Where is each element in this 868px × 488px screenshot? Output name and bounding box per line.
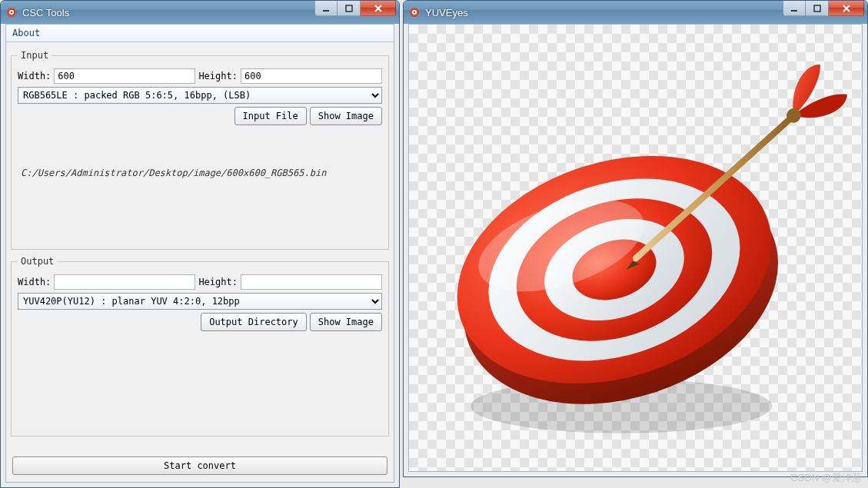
image-viewport xyxy=(408,24,863,472)
svg-rect-3 xyxy=(323,10,329,12)
input-group: Input Width: Height: RGB565LE : packed R… xyxy=(11,50,389,250)
svg-rect-8 xyxy=(791,10,797,12)
minimize-button[interactable] xyxy=(314,1,338,16)
close-button[interactable] xyxy=(361,1,396,16)
input-legend: Input xyxy=(18,50,52,61)
output-group: Output Width: Height: YUV420P(YU12) : pl… xyxy=(11,256,389,437)
output-format-select[interactable]: YUV420P(YU12) : planar YUV 4:2:0, 12bpp xyxy=(18,293,382,310)
svg-rect-4 xyxy=(346,5,352,12)
start-convert-button[interactable]: Start convert xyxy=(12,456,387,475)
svg-point-2 xyxy=(11,12,13,14)
menu-bar: About xyxy=(6,25,394,42)
close-button[interactable] xyxy=(829,1,864,16)
svg-rect-9 xyxy=(814,5,820,12)
yuveyes-window: YUVEyes xyxy=(403,0,868,477)
target-with-dart-icon xyxy=(421,33,851,463)
input-show-image-button[interactable]: Show Image xyxy=(310,107,382,125)
output-height-field[interactable] xyxy=(241,274,382,290)
input-file-path: C:/Users/Administrator/Desktop/image/600… xyxy=(18,125,382,209)
input-width-label: Width: xyxy=(18,71,51,81)
window-title: CSC Tools xyxy=(22,7,69,18)
maximize-button[interactable] xyxy=(338,1,361,16)
input-height-label: Height: xyxy=(198,71,238,81)
input-height-field[interactable] xyxy=(241,68,382,84)
csc-tools-window: CSC Tools About Input Width: Height: xyxy=(0,0,400,488)
input-file-button[interactable]: Input File xyxy=(234,107,307,125)
input-width-field[interactable] xyxy=(54,68,195,84)
app-icon xyxy=(408,6,421,18)
output-height-label: Height: xyxy=(198,277,238,287)
window-title: YUVEyes xyxy=(425,7,468,18)
app-icon xyxy=(5,6,18,18)
input-format-select[interactable]: RGB565LE : packed RGB 5:6:5, 16bpp, (LSB… xyxy=(18,87,382,104)
output-show-image-button[interactable]: Show Image xyxy=(310,313,382,331)
output-width-label: Width: xyxy=(18,277,51,287)
output-legend: Output xyxy=(18,256,57,267)
titlebar[interactable]: YUVEyes xyxy=(404,1,867,24)
svg-point-7 xyxy=(414,12,416,14)
output-width-field[interactable] xyxy=(54,274,195,290)
menu-about[interactable]: About xyxy=(12,28,40,38)
client-area: About Input Width: Height: RGB565LE : pa… xyxy=(5,24,394,483)
output-directory-button[interactable]: Output Directory xyxy=(201,313,307,331)
maximize-button[interactable] xyxy=(806,1,829,16)
minimize-button[interactable] xyxy=(783,1,806,16)
titlebar[interactable]: CSC Tools xyxy=(1,1,399,24)
